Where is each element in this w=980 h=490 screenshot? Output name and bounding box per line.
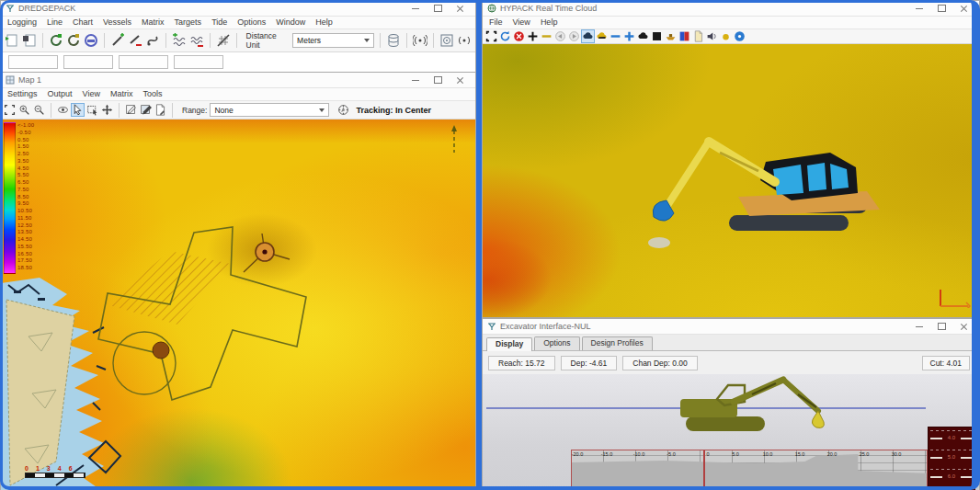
menu-matrix[interactable]: Matrix <box>142 17 165 27</box>
record-icon[interactable] <box>513 30 525 42</box>
save-logfile-icon[interactable] <box>22 33 37 48</box>
decrease-icon[interactable] <box>610 30 621 42</box>
minimize-button[interactable] <box>405 2 427 15</box>
zoom-out-icon[interactable] <box>33 104 45 116</box>
minimize-button[interactable] <box>908 2 930 15</box>
menu-chart[interactable]: Chart <box>73 17 93 27</box>
zoom-in-icon[interactable] <box>18 104 30 116</box>
tab-design-profiles[interactable]: Design Profiles <box>582 336 653 350</box>
cloud-menubar: File View Help <box>483 17 979 28</box>
scale-numbers: 0 1 3 4 6 <box>25 465 85 472</box>
menu-output[interactable]: Output <box>48 89 73 98</box>
scale-strip <box>25 473 85 478</box>
pan-icon[interactable] <box>101 104 113 116</box>
distance-unit-select[interactable]: Meters <box>292 33 374 48</box>
window-title: Excavator Interface-NUL <box>500 322 591 331</box>
play-forward-icon[interactable] <box>568 30 580 42</box>
select-area-icon[interactable] <box>86 104 98 116</box>
refresh-icon[interactable] <box>499 30 511 42</box>
menu-matrix[interactable]: Matrix <box>110 89 133 98</box>
color-settings-icon[interactable] <box>678 30 690 42</box>
close-button[interactable] <box>952 320 974 333</box>
matrix-view-icon[interactable] <box>651 30 663 42</box>
tab-options[interactable]: Options <box>534 336 579 350</box>
menu-options[interactable]: Options <box>237 17 266 27</box>
add-line-icon[interactable] <box>110 33 125 48</box>
play-back-icon[interactable] <box>554 30 566 42</box>
menu-tools[interactable]: Tools <box>142 89 162 98</box>
menu-tide[interactable]: Tide <box>211 17 227 27</box>
cloud-titlebar[interactable]: HYPACK Real Time Cloud <box>483 1 979 17</box>
cloud-3d-view[interactable] <box>483 44 979 317</box>
new-logfile-icon[interactable] <box>5 33 19 48</box>
menu-view[interactable]: View <box>513 17 530 27</box>
cloud-solid-icon[interactable] <box>637 30 649 42</box>
cloud-shaded-icon[interactable] <box>596 30 608 42</box>
add-waves-icon[interactable] <box>172 33 187 48</box>
swap-line-icon[interactable] <box>145 33 160 48</box>
tracking-status: Tracking: In Center <box>356 106 431 115</box>
menu-targets[interactable]: Targets <box>175 17 202 27</box>
excavator-info-row: Reach: 15.72 Dep: -4.61 Chan Dep: 0.00 C… <box>483 351 979 374</box>
sound-icon[interactable] <box>706 30 718 42</box>
zoom-extents-icon[interactable] <box>4 104 16 116</box>
maximize-button[interactable] <box>930 2 952 15</box>
menu-settings[interactable]: Settings <box>7 89 38 98</box>
status-box <box>8 55 58 69</box>
menu-logging[interactable]: Logging <box>7 17 37 27</box>
broadcast-icon[interactable] <box>457 33 472 48</box>
select-cursor-icon[interactable] <box>72 104 84 116</box>
report-icon[interactable] <box>692 30 704 42</box>
fullscreen-icon[interactable] <box>485 30 497 42</box>
minimize-button[interactable] <box>908 320 930 333</box>
add-note-icon[interactable] <box>154 104 166 116</box>
legend-values: <-1.00 -0.50 0.50 1.50 2.50 3.50 4.50 5.… <box>17 122 34 274</box>
dredgepack-app-icon <box>6 4 15 13</box>
stop-logging-icon[interactable] <box>84 33 98 48</box>
maximize-button[interactable] <box>427 2 449 15</box>
vessel-icon[interactable] <box>665 30 677 42</box>
menu-line[interactable]: Line <box>47 17 63 27</box>
increase-icon[interactable] <box>623 30 635 42</box>
delete-line-icon[interactable] <box>128 33 142 48</box>
pause-logging-icon[interactable] <box>66 33 81 48</box>
cloud-dark-icon[interactable] <box>582 30 594 42</box>
subtract-icon[interactable] <box>541 30 553 42</box>
close-button[interactable] <box>952 2 974 15</box>
close-button[interactable] <box>449 2 471 15</box>
barrel-icon[interactable] <box>386 33 401 48</box>
add-icon[interactable] <box>527 30 539 42</box>
marker-icon[interactable] <box>720 30 732 42</box>
target-tracking-icon[interactable] <box>439 33 454 48</box>
dredgepack-titlebar[interactable]: DREDGEPACK <box>1 1 475 17</box>
view-options-icon[interactable] <box>57 104 69 116</box>
maximize-button[interactable] <box>427 74 449 86</box>
depth-value: Dep: -4.61 <box>561 356 618 370</box>
help-icon[interactable] <box>734 30 746 42</box>
status-box <box>63 55 113 69</box>
menu-vessels[interactable]: Vessels <box>103 17 131 27</box>
realtime-cloud-window: HYPACK Real Time Cloud File View Help <box>482 0 980 318</box>
menu-help[interactable]: Help <box>315 17 333 27</box>
tab-display[interactable]: Display <box>486 337 532 351</box>
close-button[interactable] <box>449 74 471 86</box>
menu-file[interactable]: File <box>489 17 503 27</box>
excavator-titlebar[interactable]: Excavator Interface-NUL <box>483 319 979 335</box>
menu-help[interactable]: Help <box>541 17 558 27</box>
menu-view[interactable]: View <box>83 89 100 98</box>
telemetry-icon[interactable] <box>413 33 427 48</box>
map-canvas[interactable]: <-1.00 -0.50 0.50 1.50 2.50 3.50 4.50 5.… <box>1 120 475 490</box>
axis-label: 30.0 <box>892 451 902 457</box>
range-select[interactable]: None <box>210 103 329 117</box>
axis-label: 0 <box>706 451 709 457</box>
axis-label: 15.0 <box>795 451 805 457</box>
edit-matrix-icon[interactable] <box>125 104 137 116</box>
start-logging-icon[interactable] <box>49 33 63 48</box>
map-titlebar[interactable]: Map 1 <box>1 73 475 88</box>
maximize-button[interactable] <box>930 320 952 333</box>
matrix-toggle-icon[interactable] <box>216 33 231 48</box>
remove-waves-icon[interactable] <box>189 33 204 48</box>
minimize-button[interactable] <box>405 74 427 86</box>
edit-target-icon[interactable] <box>140 104 152 116</box>
menu-window[interactable]: Window <box>276 17 305 27</box>
